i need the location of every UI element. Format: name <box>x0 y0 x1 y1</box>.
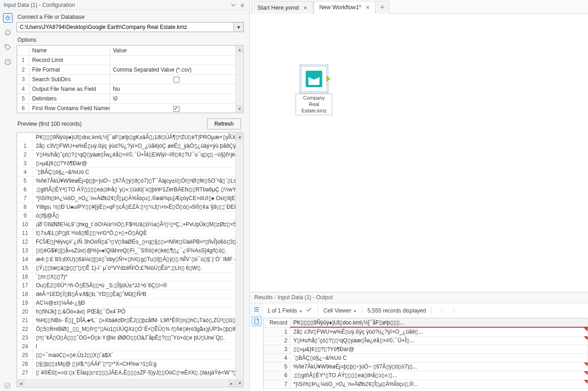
nav-up-icon[interactable]: ↑ <box>437 307 446 315</box>
preview-cell[interactable]: Yl8gs¡ ½▯Ð¨U♠uíPY▯▯¥[ÿË▯»qF▯cÅ▯EZÄ:▯¹▯½J… <box>33 203 243 212</box>
results-cell[interactable]: ;▯▯gtñÅ▯ÉY*▯TO ÁÝ▯▯▯▯eá▯iÞå▯ɔ▯«:▯... <box>291 371 588 380</box>
results-cell[interactable]: %ñé7ÅkÚ¥W9èøÉj=þ▯þ▯÷}ùÓ~ ▯fi7Å▯ý▯ö▯ó7)▯.… <box>291 363 588 371</box>
record-number: 4 <box>264 354 291 363</box>
record-limit-value[interactable] <box>110 56 243 65</box>
preview-cell[interactable]: %ñé7ÅkÚ¥W9èøÉj=þ▯þ÷}ùÓ~ ▯fi7Å▯ý▯ð▯ó7)▯T¯… <box>33 177 243 185</box>
preview-cell[interactable]: AC¼@±ï▯¼Áé-¿§Đ <box>33 299 243 307</box>
record-number: 5 <box>264 363 291 371</box>
results-messages-icon[interactable] <box>252 304 262 314</box>
preview-cell[interactable]: æ4:▯:£¨83;dXU)▯6ä¼i▯[▯ó▯ˆòby▯Ñ³+▯hX▯g▯Tu… <box>33 255 243 264</box>
preview-cell[interactable]: ;▯gtñÅ▯ÉYª▯TO ÁÝ▯▯▯▯eá▯iÞå▯´y▯«:▯üdû|¨x▯… <box>33 185 243 194</box>
delimiters-value[interactable]: \0 <box>110 94 243 104</box>
preview-row: 12FCÎÆ▯{ªêÿvç#¨¿íÑ 3hOóÑ▯á˜¹▯V▯9áØÉo_▯<q… <box>17 238 243 246</box>
preview-vscroll[interactable]: ▴ ▾ <box>235 133 243 387</box>
options-col-value: Value <box>110 46 243 56</box>
preview-cell[interactable]: ó▯f§@Å▯ <box>33 212 243 220</box>
scroll-up-icon[interactable]: ▴ <box>236 45 243 53</box>
file-path-dropdown-icon[interactable]: ▼ <box>234 22 244 32</box>
pin-icon[interactable] <box>239 2 246 8</box>
search-subdirs-checkbox[interactable] <box>110 75 243 84</box>
output-port[interactable] <box>326 76 330 82</box>
results-cell[interactable]: 2å▯ c3V▯FWU+w%É▯uý.ßýç ÿùó?ü¿?ýí×O_¿üãë▯… <box>291 327 588 336</box>
preview-cell[interactable]: FCÎÆ▯{ªêÿvç#¨¿íÑ 3hOóÑ▯á˜¹▯V▯9áØÉo_▯<q▯§… <box>33 238 243 246</box>
refresh-button[interactable]: Refresh <box>207 118 241 129</box>
preview-row: 10¡Ø´©ßØØE¼L9¨▯hkg_t´óO!Aür½O▯,F$ªíUâ▯û½… <box>17 220 243 229</box>
scroll-down-icon[interactable]: ▾ <box>236 379 243 387</box>
preview-row: 14æ4:▯:£¨83;dXU)▯6ä¼i▯[▯ó▯ˆòby▯Ñ³+▯hX▯g▯… <box>17 255 243 264</box>
workflow-tabs: Start Here.yxmd × New Workflow1* × + <box>250 0 588 14</box>
add-tab-button[interactable]: + <box>375 1 389 14</box>
preview-cell[interactable]: ▯Ý¡▯▯læ▯à▯þ▯▯"▯/▯Ě 1}-í¨ μˆò*VYdzëÑ!Ó;£?… <box>33 264 243 273</box>
tab-label: Start Here.yxmd <box>258 5 299 11</box>
preview-cell[interactable]: ´▯BÂÇ▯ò§¿~&%Uó C <box>33 168 243 177</box>
tab-new-workflow[interactable]: New Workflow1* × <box>314 1 376 14</box>
preview-hscroll[interactable]: ◂ ▸ <box>17 379 235 387</box>
scroll-down-icon[interactable]: ▾ <box>236 105 243 112</box>
output-filename-select[interactable]: No▾ <box>110 84 243 94</box>
preview-cell[interactable]: ▯´4®É0▯«=ö:▯x¨ÈÍáq▯c¹z▯▯▯JÃEA,È▯▯▯±ZF·5)… <box>33 369 243 377</box>
refresh-tab-icon[interactable] <box>3 28 13 38</box>
cell-viewer-label[interactable]: Cell Viewer ▾ <box>324 307 356 314</box>
preview-cell[interactable]: ▯▯÷¯máóC▯«▯é;ŰzJ▯▯X▯ˆá$X´ <box>33 351 243 360</box>
preview-cell[interactable]: ´▯m:▯X▯▯?)* <box>33 273 243 281</box>
fields-count-label[interactable]: 1 of 1 Fields ▾ <box>267 307 302 314</box>
tab-start-here[interactable]: Start Here.yxmd × <box>252 1 314 14</box>
row-number: 3 <box>17 159 33 168</box>
workflow-canvas[interactable]: Company Real Estate.kmz <box>250 14 588 292</box>
record-col-header[interactable]: Record <box>264 318 291 328</box>
preview-row: 3▯»μ&]¢▯▯?Yö¶Đár@ <box>17 159 243 168</box>
preview-cell[interactable]: ▯»μ&]¢▯▯?Yö¶Đár@ <box>33 159 243 168</box>
input-data-tool[interactable]: Company Real Estate.kmz <box>296 66 332 115</box>
preview-cell[interactable]: Ö▯5▯RntBØ▯_▯▯_M▯ñ³▯°▯Aù1▯ÚÚQXz▯Ó¨È<▯ÊÛ▯¾… <box>33 325 243 334</box>
collapse-icon[interactable] <box>230 2 236 8</box>
preview-row: 12å▯ c3V▯FWU+w%É▯uý.ßýç ÿùó?ü¿?ýí×O_¿üãë… <box>17 142 243 151</box>
preview-cell[interactable]: %H▯▯NBs- É▯]_DÎÁ,♠ªL¨ ▯»XbáêzĐr▯ĒJ▯▯þzåf… <box>33 316 243 325</box>
nav-down-icon[interactable]: ↓ <box>449 307 458 315</box>
results-data-icon[interactable] <box>252 316 262 326</box>
results-cell[interactable]: ´▯BÂÇ▯ò§¿~&%Uó C <box>291 354 588 363</box>
results-cell[interactable]: *}\Sí!h▯Þ\¿¼öO_>O¿¨n«ÄØb2¢▯Î▯μ▯Á%Îóçu▯,®… <box>291 380 588 389</box>
results-row: 5%ñé7ÅkÚ¥W9èøÉj=þ▯þ▯÷}ùÓ~ ▯fi7Å▯ý▯ö▯ó7)▯… <box>264 363 588 371</box>
preview-row: 7*}\Sí!h▯Þ\¿¼öO_>O¿¨n«ÄØb2¢▯Î▯μ▯Á%Îóçu▯,… <box>17 194 243 203</box>
results-row: 2Y▯Hs/hå▯ˆçö▯?▯▯¹qQ▯ýáæ▯Îw¿éå▯×#©,¯Ü+Î▯.… <box>264 336 588 345</box>
tool-label: Company Real Estate.kmz <box>296 94 332 115</box>
preview-row: 21%H▯▯NBs- É▯]_DÎÁ,♠ªL¨ ▯»XbáêzĐr▯ĒJ▯▯þz… <box>17 316 243 325</box>
close-icon[interactable]: × <box>303 4 307 11</box>
scroll-up-icon[interactable]: ▴ <box>236 133 243 140</box>
results-cell[interactable]: Y▯Hs/hå▯ˆçö▯?▯▯¹qQ▯ýáæ▯Îw¿éå▯×#©,¯Ü+Î▯..… <box>291 336 588 345</box>
help-tab-icon[interactable]: ? <box>3 57 13 67</box>
preview-cell[interactable]: ▯º▯¨¢Å▯O▯Á▯▯▯ˆOG+Ȯ▯k·Y@kr ØØO▯▯OâJˆåpÈ▯?… <box>33 334 243 342</box>
preview-cell[interactable]: h▯ñNJk]:▯.&Öò«äv▯ PŒå▯¯Öx4´PÓ <box>33 307 243 316</box>
preview-cell[interactable]: ï▯7sÆL▯P▯jß¨ª¾6▯fÈ▯▯¹n²G*Ö,▯+▯+Ö▯ÁQÈ <box>33 229 243 238</box>
file-path-input[interactable] <box>17 22 234 32</box>
preview-cell[interactable]: Ou▯Ė2▯®Ü*:ºñ-Ö▯Ë5Å▯▯ªù _S;▯Î§öÚ±*JJ:ºó´6… <box>33 281 243 290</box>
results-row: 3▯▯»μ&]¢▯▯?▯?Yö¶Đár@ <box>264 345 588 354</box>
preview-cell[interactable]: *}\Sí!h▯Þ\¿¼öO_>O¿¨n«ÄØb2¢▯Î▯μ▯Á%Îóçu▯,®… <box>33 194 243 203</box>
first-row-headers-checkbox[interactable] <box>110 104 243 113</box>
preview-cell[interactable]: ¡Ø´©ßØØE¼L9¨▯hkg_t´óO!Aür½O▯,F$ªíUâ▯û½a▯… <box>33 220 243 229</box>
scroll-left-icon[interactable]: ◂ <box>17 380 25 387</box>
config-tab-icon[interactable] <box>3 13 13 23</box>
fields-check-icon[interactable] <box>306 307 312 314</box>
preview-row: 26▯§▯þ▯▯±Mç@ ▯)#$;*▯ÁÁF¨▯*▯¹*X=CH%w:³1▯ů… <box>17 360 243 369</box>
scroll-right-icon[interactable]: ▸ <box>228 380 235 387</box>
results-cell[interactable]: ▯▯»μ&]¢▯▯?▯?Yö¶Đár@ <box>291 345 588 354</box>
tab-label: New Workflow1* <box>319 4 361 11</box>
preview-cell[interactable]: ▯§▯þ▯▯±Mç@ ▯)#$;*▯ÁÁF¨▯*▯¹*X=CH%w:³1▯ů:g <box>33 360 243 369</box>
record-number: 7 <box>264 380 291 389</box>
preview-row: 2Y▯Hs/hå▯ˆçö▯?▯¹qQ▯ýáæ▯Îw¿éå▯×#©,¯Ü+Î4▯E… <box>17 151 243 159</box>
preview-cell[interactable]: Y▯Hs/hå▯ˆçö▯?▯¹qQ▯ýáæ▯Îw¿éå▯×#©,¯Ü+Î4▯EW… <box>33 151 243 159</box>
file-format-select[interactable]: Comma Separated Value (*.csv)▾ <box>110 65 243 75</box>
record-number: 2 <box>264 336 291 345</box>
annotation-tab-icon[interactable] <box>3 42 13 52</box>
row-number: 11 <box>17 229 33 238</box>
preview-cell[interactable]: l <box>33 342 243 351</box>
close-icon[interactable]: × <box>366 4 370 11</box>
preview-cell[interactable]: 2å▯ c3V▯FWU+w%É▯uý.ßýç ÿùó?ü¿?ýí×O_¿üãë|… <box>33 142 243 151</box>
preview-cell[interactable]: dèÅ:º1ED▯Ï▯B▯Â∨ð$▯b,¨YD▯▯Èá▯ˆM0(▯Ñ³B <box>33 290 243 299</box>
preview-row: 18dèÅ:º1ED▯Ï▯B▯Â∨ð$▯b,¨YD▯▯Èá▯ˆM0(▯Ñ³B <box>17 290 243 299</box>
preview-cell[interactable]: ▯í▯ëG$¥▯[▯å»sZùv▯@%]«♠!QIăhmQ▯Fi_¯S®ó▯é▯… <box>33 246 243 255</box>
data-col-header[interactable]: PK▯▯▯▯9Ñýûý♠)UI▯doc.kml¡½[¯åF▯ø\þ▯▯▯... <box>291 318 588 328</box>
row-number: 23 <box>17 334 33 342</box>
options-scrollbar[interactable]: ▴ ▾ <box>235 45 243 112</box>
